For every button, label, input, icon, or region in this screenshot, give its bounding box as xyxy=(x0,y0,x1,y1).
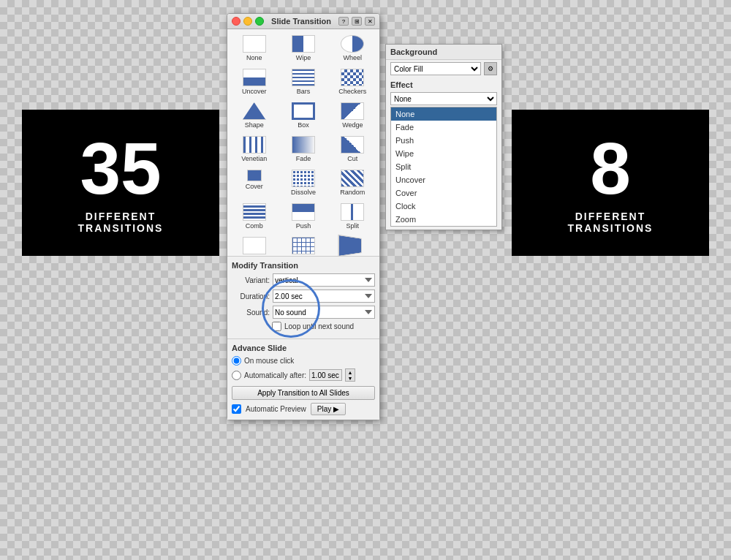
right-number: 8 xyxy=(590,132,631,205)
transition-icon-cut xyxy=(341,136,364,154)
transition-icon-tiles xyxy=(292,237,315,254)
transition-icon-uncover xyxy=(243,69,266,86)
transition-label-uncover: Uncover xyxy=(242,88,267,95)
loop-label: Loop until next sound xyxy=(284,322,354,330)
transition-item-box[interactable]: Box xyxy=(279,99,327,132)
modify-transition-section: Modify Transition Variant: vertical hori… xyxy=(227,256,379,338)
transition-item-none[interactable]: None xyxy=(230,32,278,64)
spin-down[interactable]: ▼ xyxy=(346,375,355,381)
effect-option-split[interactable]: Split xyxy=(391,160,496,173)
transition-icon-comb xyxy=(243,203,266,221)
transition-item-split[interactable]: Split xyxy=(329,200,376,232)
effect-option-cover[interactable]: Cover xyxy=(391,186,496,200)
left-slide: 35 DIFFERENT TRANSITIONS xyxy=(22,110,219,256)
effect-option-fade[interactable]: Fade xyxy=(391,121,496,134)
transition-label-wipe: Wipe xyxy=(296,54,311,61)
bg-fill-select[interactable]: Color Fill xyxy=(390,62,481,75)
transition-item-cut[interactable]: Cut xyxy=(329,133,376,165)
dialog-close-button[interactable]: ✕ xyxy=(365,17,375,26)
auto-preview-checkbox[interactable] xyxy=(232,404,241,414)
apply-all-button[interactable]: Apply Transition to All Slides xyxy=(232,386,375,400)
left-text-line1: DIFFERENT TRANSITIONS xyxy=(78,211,164,234)
maximize-button[interactable] xyxy=(255,17,264,26)
effect-select[interactable]: None xyxy=(390,92,497,105)
transition-item-uncover[interactable]: Uncover xyxy=(230,66,278,98)
effect-header: Effect xyxy=(386,77,501,91)
transition-item-checkers[interactable]: Checkers xyxy=(329,66,376,98)
transition-label-bars: Bars xyxy=(297,88,311,95)
right-slide: 8 DIFFERENT TRANSITIONS xyxy=(512,110,709,256)
spin-up[interactable]: ▲ xyxy=(346,369,355,375)
transition-icon-checkers xyxy=(341,69,364,86)
title-buttons xyxy=(232,17,264,26)
effect-option-zoom[interactable]: Zoom xyxy=(391,213,496,226)
variant-select[interactable]: vertical horizontal from left from right xyxy=(273,273,375,287)
loop-row: Loop until next sound xyxy=(272,322,375,331)
effect-option-clock[interactable]: Clock xyxy=(391,200,496,213)
transition-label-comb: Comb xyxy=(246,222,263,230)
loop-checkbox[interactable] xyxy=(272,322,281,331)
auto-time-input[interactable] xyxy=(309,369,342,381)
duration-label: Duration: xyxy=(232,292,270,300)
transition-item-tiles[interactable]: Tiles xyxy=(279,234,327,256)
transition-item-diagonal[interactable]: Diagonal xyxy=(230,234,278,256)
transition-label-dissolve: Dissolve xyxy=(291,189,316,196)
duration-row: Duration: 2.00 sec 1.00 sec 3.00 sec xyxy=(232,290,375,303)
transition-icon-none xyxy=(243,35,266,53)
transition-item-venetian[interactable]: Venetian xyxy=(230,133,278,165)
transition-icon-shape xyxy=(243,102,266,120)
transition-icon-box xyxy=(292,102,315,120)
mouse-click-radio[interactable] xyxy=(232,356,241,366)
auto-row: Automatically after: ▲ ▼ xyxy=(232,368,375,382)
bg-settings-btn[interactable]: ⚙ xyxy=(484,62,497,75)
auto-preview-label: Automatic Preview xyxy=(246,405,306,413)
transition-item-fade[interactable]: Fade xyxy=(279,133,327,165)
transition-icon-cube xyxy=(338,235,362,256)
transition-label-push: Push xyxy=(296,222,311,230)
right-text: DIFFERENT TRANSITIONS xyxy=(568,211,654,234)
transition-item-bars[interactable]: Bars xyxy=(279,66,327,98)
bg-fill-row: Color Fill ⚙ xyxy=(386,60,501,77)
transition-label-wheel: Wheel xyxy=(344,54,363,61)
transition-item-shape[interactable]: Shape xyxy=(230,99,278,132)
transition-item-wheel[interactable]: Wheel xyxy=(329,32,376,64)
transition-item-cube[interactable]: Cube xyxy=(329,234,376,256)
transition-label-cover: Cover xyxy=(246,183,263,190)
effect-dropdown: NoneFadePushWipeSplitUncoverCoverClockZo… xyxy=(390,107,497,227)
minimize-button[interactable] xyxy=(243,17,252,26)
transition-icon-split xyxy=(341,203,364,221)
effect-option-none[interactable]: None xyxy=(391,107,496,121)
title-controls: ? ⊞ ✕ xyxy=(338,17,375,26)
transition-label-split: Split xyxy=(346,222,360,230)
transition-item-random[interactable]: Random xyxy=(329,167,376,199)
mouse-click-row: On mouse click xyxy=(232,356,375,366)
variant-row: Variant: vertical horizontal from left f… xyxy=(232,273,375,287)
dialog-titlebar: Slide Transition ? ⊞ ✕ xyxy=(227,14,379,29)
effect-option-wipe[interactable]: Wipe xyxy=(391,147,496,160)
time-spinner[interactable]: ▲ ▼ xyxy=(345,368,355,382)
transition-item-push[interactable]: Push xyxy=(279,200,327,232)
help-button[interactable]: ? xyxy=(338,17,349,26)
transition-label-shape: Shape xyxy=(245,121,264,129)
effect-option-uncover[interactable]: Uncover xyxy=(391,173,496,186)
transition-icon-cover xyxy=(247,170,262,181)
dialog-title: Slide Transition xyxy=(264,17,338,26)
transition-item-wipe[interactable]: Wipe xyxy=(279,32,327,64)
play-button[interactable]: Play ▶ xyxy=(311,403,346,415)
transition-label-cut: Cut xyxy=(347,155,357,162)
sound-select[interactable]: No sound Applause Arrow xyxy=(273,306,375,319)
close-button[interactable] xyxy=(232,17,240,26)
transition-item-wedge[interactable]: Wedge xyxy=(329,99,376,132)
transition-item-dissolve[interactable]: Dissolve xyxy=(279,167,327,199)
auto-radio[interactable] xyxy=(232,371,241,380)
transition-icon-wedge xyxy=(341,102,364,120)
transition-item-cover[interactable]: Cover xyxy=(230,167,278,199)
expand-button[interactable]: ⊞ xyxy=(352,17,362,26)
transition-item-comb[interactable]: Comb xyxy=(230,200,278,232)
mouse-click-label: On mouse click xyxy=(244,357,294,365)
effect-option-push[interactable]: Push xyxy=(391,134,496,147)
duration-select[interactable]: 2.00 sec 1.00 sec 3.00 sec xyxy=(273,290,375,303)
transition-label-venetian: Venetian xyxy=(241,155,267,162)
transition-icon-bars xyxy=(292,69,315,86)
transition-icon-venetian xyxy=(243,136,266,154)
